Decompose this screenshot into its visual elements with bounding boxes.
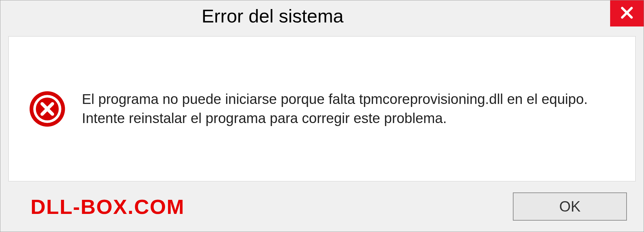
- error-message: El programa no puede iniciarse porque fa…: [82, 90, 615, 128]
- brand-watermark: DLL-BOX.COM: [31, 195, 184, 219]
- footer: DLL-BOX.COM OK: [0, 181, 644, 232]
- content-panel: El programa no puede iniciarse porque fa…: [8, 36, 636, 181]
- dialog-title: Error del sistema: [202, 5, 343, 27]
- close-icon: [619, 5, 635, 22]
- ok-button[interactable]: OK: [513, 192, 627, 221]
- error-dialog: Error del sistema El programa no puede i…: [0, 0, 644, 232]
- close-button[interactable]: [610, 0, 644, 26]
- titlebar: Error del sistema: [0, 0, 644, 32]
- error-icon: [29, 91, 66, 127]
- ok-button-label: OK: [559, 198, 581, 215]
